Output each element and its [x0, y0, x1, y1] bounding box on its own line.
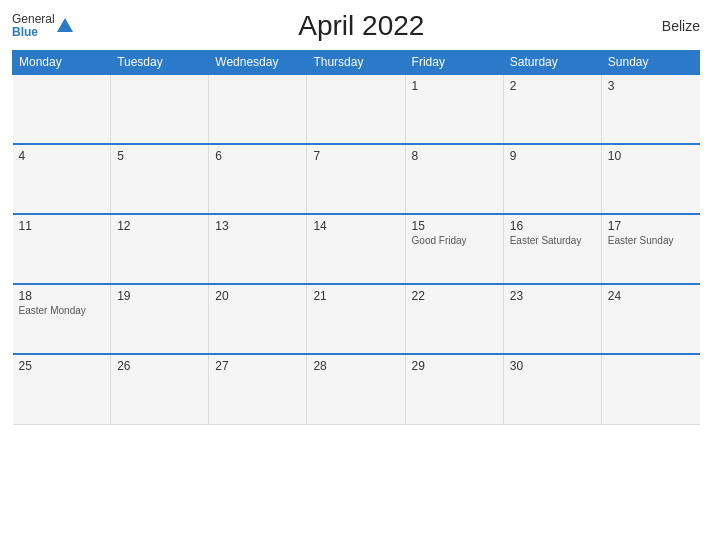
calendar-day-cell: 28 — [307, 354, 405, 424]
calendar-day-cell: 1 — [405, 74, 503, 144]
holiday-label: Easter Monday — [19, 305, 105, 316]
header-monday: Monday — [13, 51, 111, 75]
calendar-day-cell: 15Good Friday — [405, 214, 503, 284]
calendar-day-cell: 25 — [13, 354, 111, 424]
logo-triangle-icon — [57, 18, 73, 32]
day-number: 12 — [117, 219, 202, 233]
calendar-day-cell: 19 — [111, 284, 209, 354]
calendar-day-cell: 3 — [601, 74, 699, 144]
calendar-week-row: 1112131415Good Friday16Easter Saturday17… — [13, 214, 700, 284]
day-number: 28 — [313, 359, 398, 373]
calendar-day-cell: 27 — [209, 354, 307, 424]
calendar-day-cell: 24 — [601, 284, 699, 354]
calendar-day-cell: 17Easter Sunday — [601, 214, 699, 284]
calendar-day-cell: 4 — [13, 144, 111, 214]
logo-blue: Blue — [12, 26, 55, 39]
calendar-day-cell: 13 — [209, 214, 307, 284]
day-number: 19 — [117, 289, 202, 303]
header-wednesday: Wednesday — [209, 51, 307, 75]
calendar-day-cell — [111, 74, 209, 144]
header-thursday: Thursday — [307, 51, 405, 75]
header-tuesday: Tuesday — [111, 51, 209, 75]
calendar-day-cell — [601, 354, 699, 424]
calendar-day-cell: 26 — [111, 354, 209, 424]
day-number: 14 — [313, 219, 398, 233]
calendar-day-cell: 10 — [601, 144, 699, 214]
calendar-day-cell — [209, 74, 307, 144]
day-number: 5 — [117, 149, 202, 163]
day-number: 3 — [608, 79, 694, 93]
header-friday: Friday — [405, 51, 503, 75]
calendar-day-cell: 18Easter Monday — [13, 284, 111, 354]
day-number: 21 — [313, 289, 398, 303]
calendar-day-cell: 22 — [405, 284, 503, 354]
holiday-label: Good Friday — [412, 235, 497, 246]
day-number: 1 — [412, 79, 497, 93]
calendar-day-cell: 9 — [503, 144, 601, 214]
day-number: 16 — [510, 219, 595, 233]
day-number: 20 — [215, 289, 300, 303]
calendar-week-row: 18Easter Monday192021222324 — [13, 284, 700, 354]
day-number: 23 — [510, 289, 595, 303]
day-number: 11 — [19, 219, 105, 233]
day-number: 27 — [215, 359, 300, 373]
calendar-day-cell: 21 — [307, 284, 405, 354]
calendar-week-row: 252627282930 — [13, 354, 700, 424]
calendar-week-row: 45678910 — [13, 144, 700, 214]
holiday-label: Easter Saturday — [510, 235, 595, 246]
day-number: 24 — [608, 289, 694, 303]
day-number: 13 — [215, 219, 300, 233]
calendar-table: Monday Tuesday Wednesday Thursday Friday… — [12, 50, 700, 425]
calendar-day-cell: 30 — [503, 354, 601, 424]
day-number: 8 — [412, 149, 497, 163]
day-number: 9 — [510, 149, 595, 163]
day-number: 7 — [313, 149, 398, 163]
calendar-day-cell: 2 — [503, 74, 601, 144]
day-number: 15 — [412, 219, 497, 233]
calendar-day-cell: 20 — [209, 284, 307, 354]
day-number: 25 — [19, 359, 105, 373]
calendar-week-row: 123 — [13, 74, 700, 144]
country-label: Belize — [650, 18, 700, 34]
day-number: 29 — [412, 359, 497, 373]
page-title: April 2022 — [73, 10, 650, 42]
logo-text: General Blue — [12, 13, 55, 39]
calendar-day-cell: 16Easter Saturday — [503, 214, 601, 284]
day-number: 22 — [412, 289, 497, 303]
calendar-day-cell: 11 — [13, 214, 111, 284]
calendar-day-cell: 23 — [503, 284, 601, 354]
logo: General Blue — [12, 13, 73, 39]
header-sunday: Sunday — [601, 51, 699, 75]
day-number: 17 — [608, 219, 694, 233]
day-number: 4 — [19, 149, 105, 163]
calendar-day-cell: 7 — [307, 144, 405, 214]
day-number: 6 — [215, 149, 300, 163]
day-number: 26 — [117, 359, 202, 373]
calendar-day-cell: 6 — [209, 144, 307, 214]
day-number: 10 — [608, 149, 694, 163]
day-number: 2 — [510, 79, 595, 93]
calendar-day-cell: 14 — [307, 214, 405, 284]
day-number: 30 — [510, 359, 595, 373]
weekday-header-row: Monday Tuesday Wednesday Thursday Friday… — [13, 51, 700, 75]
holiday-label: Easter Sunday — [608, 235, 694, 246]
calendar-day-cell: 5 — [111, 144, 209, 214]
calendar-day-cell — [13, 74, 111, 144]
header-saturday: Saturday — [503, 51, 601, 75]
calendar-page: General Blue April 2022 Belize Monday Tu… — [0, 0, 712, 550]
calendar-day-cell — [307, 74, 405, 144]
day-number: 18 — [19, 289, 105, 303]
header: General Blue April 2022 Belize — [12, 10, 700, 42]
calendar-day-cell: 12 — [111, 214, 209, 284]
calendar-day-cell: 8 — [405, 144, 503, 214]
calendar-day-cell: 29 — [405, 354, 503, 424]
